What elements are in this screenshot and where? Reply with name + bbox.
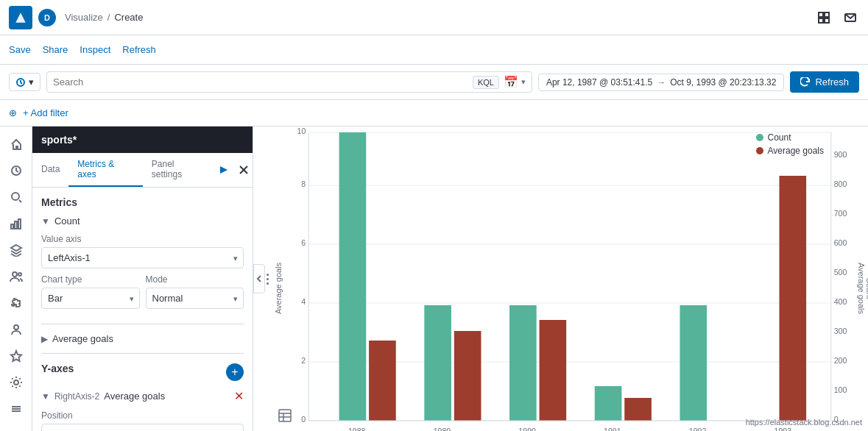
bar-1989-avg [454,331,481,421]
legend-avg-label: Average goals [768,146,825,156]
index-selector[interactable]: ▾ [9,73,40,91]
svg-text:1990: 1990 [518,427,536,431]
position-select[interactable]: Right [41,424,244,431]
nav-icon-settings[interactable] [4,371,28,394]
app-name: Visualize [65,12,103,23]
nav-icon-more[interactable] [4,397,28,421]
metric-count-label: Count [54,215,80,227]
add-filter-button[interactable]: + Add filter [23,107,68,118]
svg-point-9 [12,193,19,200]
collapse-toggle[interactable] [253,264,265,293]
svg-marker-18 [11,351,21,361]
yaxes-header: Y-axes + [41,363,244,382]
legend-count-label: Count [768,132,791,143]
svg-text:8: 8 [301,179,306,188]
legend-avg-dot [756,147,763,154]
metric-avg-goals-label: Average goals [52,333,113,344]
avatar[interactable]: D [38,9,56,26]
tab-metrics-axes[interactable]: Metrics & axes [68,153,142,187]
drag-dot-3 [267,282,269,285]
tab-data[interactable]: Data [32,158,68,182]
panel-close-button[interactable] [235,161,253,179]
inspect-button[interactable]: Inspect [80,41,110,58]
mail-icon[interactable] [841,9,859,26]
search-input[interactable] [53,76,473,88]
mode-select-wrap[interactable]: Normal ▾ [146,288,244,309]
filter-circle-icon: ⊕ [9,107,17,118]
search-input-wrap[interactable]: KQL 📅 ▾ [46,71,532,93]
save-button[interactable]: Save [9,41,31,58]
nav-icon-star[interactable] [4,344,28,368]
axis-id-badge: RightAxis-2 [54,391,99,402]
panel-title: sports* [41,134,77,146]
app-logo [9,6,32,29]
page-name: Create [114,12,143,23]
svg-marker-23 [220,166,227,174]
metric-avg-goals-item[interactable]: ▶ Average goals [41,333,244,344]
value-axis-select-wrap[interactable]: LeftAxis-1 ▾ [41,247,244,268]
tab-panel-settings[interactable]: Panel settings [143,153,214,187]
bar-1989-count [424,305,451,421]
grid-icon[interactable] [815,9,833,26]
legend-count-dot [756,134,763,141]
position-select-wrap[interactable]: Right ▾ [41,424,244,431]
nav-icon-person[interactable] [4,318,28,341]
nav-icon-clock[interactable] [4,159,28,182]
filter-bar: ⊕ + Add filter [0,100,868,127]
axis-chevron: ▼ [41,391,50,402]
svg-text:Count: Count [865,277,868,299]
divider-2 [41,353,244,354]
svg-line-7 [21,82,22,84]
chart-type-select[interactable]: Bar [41,288,140,309]
filter-options-button[interactable]: ⊕ [9,107,17,118]
collapse-btn[interactable] [253,264,265,293]
nav-icon-layers[interactable] [4,238,28,262]
kql-badge[interactable]: KQL [473,76,499,89]
drag-dot-2 [267,278,269,280]
share-button[interactable]: Share [43,41,68,58]
bar-1990-count [509,305,537,421]
nav-icon-users[interactable] [4,265,28,288]
panel-play-button[interactable] [214,161,232,179]
search-bar: ▾ KQL 📅 ▾ Apr 12, 1987 @ 03:51:41.5 → Oc… [0,65,868,100]
calendar-icon: 📅 [504,75,518,89]
svg-text:1993: 1993 [774,427,791,431]
divider-1 [41,324,244,324]
chart-mode-row: Chart type Bar ▾ Mode Normal ▾ [41,274,244,315]
svg-point-19 [14,380,18,385]
svg-line-10 [19,200,21,202]
nav-icon-chart[interactable] [4,212,28,235]
bar-1991-avg [624,398,652,421]
refresh-button[interactable]: Refresh [790,71,859,93]
svg-rect-11 [11,224,13,229]
svg-text:0: 0 [301,415,306,424]
chart-area: Count Average goals 0 2 4 6 8 10 Average… [272,127,868,431]
svg-text:10: 10 [297,127,306,135]
panel-header: sports* [32,127,253,153]
chart-type-select-wrap[interactable]: Bar ▾ [41,288,140,309]
bar-1991-count [595,386,622,421]
metric-count-item[interactable]: ▼ Count [41,215,244,227]
refresh-action-button[interactable]: Refresh [122,41,156,58]
date-picker[interactable]: Apr 12, 1987 @ 03:51:41.5 → Oct 9, 1993 … [538,74,785,91]
table-view-icon[interactable] [278,408,292,425]
value-axis-select[interactable]: LeftAxis-1 [41,247,244,268]
left-nav [0,127,32,431]
bar-1988-count [339,132,367,421]
mode-label: Mode [146,274,244,285]
main-layout: sports* Data Metrics & axes Panel settin… [0,127,868,431]
index-selector-chevron: ▾ [29,76,34,88]
nav-icon-puzzle[interactable] [4,291,28,315]
top-bar: D Visualize / Create [0,0,868,35]
svg-text:4: 4 [301,297,306,306]
svg-text:Average goals: Average goals [857,263,866,315]
add-yaxis-button[interactable]: + [226,363,244,381]
panel-tab-icons [214,161,253,179]
metrics-title: Metrics [41,196,244,208]
nav-icon-search[interactable] [4,185,28,209]
breadcrumb: Visualize / Create [65,12,815,23]
date-to: Oct 9, 1993 @ 20:23:13.32 [670,77,776,88]
mode-select[interactable]: Normal [146,288,244,309]
nav-icon-home[interactable] [4,132,28,156]
remove-axis-button[interactable]: ✕ [234,389,244,403]
